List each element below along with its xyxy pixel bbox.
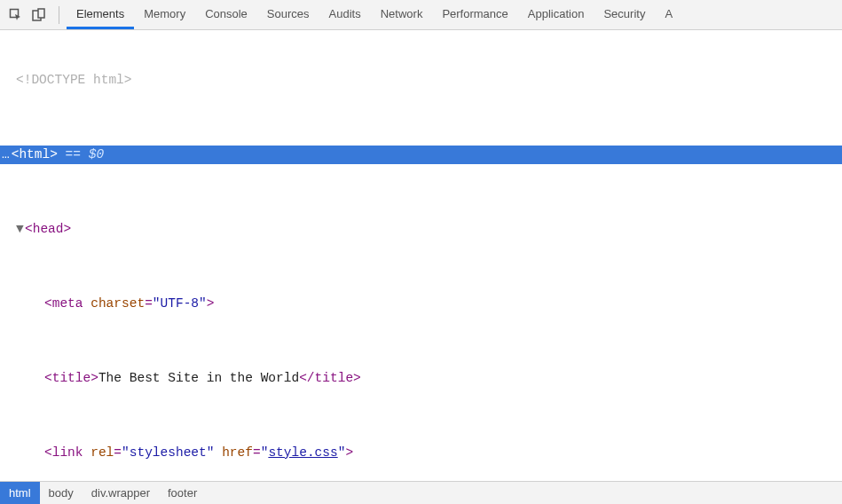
tree-row[interactable]: <!DOCTYPE html> — [0, 71, 842, 90]
tab-sources[interactable]: Sources — [257, 0, 319, 29]
devtools-toolbar: Elements Memory Console Sources Audits N… — [0, 0, 842, 30]
tree-row[interactable]: <title>The Best Site in the World</title… — [0, 369, 842, 388]
panel-tabs: Elements Memory Console Sources Audits N… — [67, 0, 682, 29]
tab-performance[interactable]: Performance — [432, 0, 517, 29]
doctype-text: <!DOCTYPE html> — [16, 73, 132, 87]
tree-row[interactable]: <link rel="stylesheet" href="style.css"> — [0, 444, 842, 462]
ellipsis-icon: … — [0, 147, 12, 161]
tab-elements[interactable]: Elements — [67, 0, 134, 29]
tab-audits[interactable]: Audits — [319, 0, 371, 29]
toolbar-divider — [59, 6, 59, 24]
inspect-icon[interactable] — [5, 4, 27, 26]
breadcrumb-item[interactable]: html — [0, 482, 40, 504]
tree-row[interactable]: <meta charset="UTF-8"> — [0, 295, 842, 313]
tree-row-selected[interactable]: …<html> == $0 — [0, 146, 842, 164]
tab-network[interactable]: Network — [371, 0, 433, 29]
device-toggle-icon[interactable] — [28, 4, 50, 26]
tree-row[interactable]: ▼<head> — [0, 220, 842, 239]
tab-security[interactable]: Security — [594, 0, 655, 29]
tab-memory[interactable]: Memory — [134, 0, 195, 29]
elements-tree[interactable]: <!DOCTYPE html> …<html> == $0 ▼<head> <m… — [0, 30, 842, 481]
svg-rect-2 — [38, 9, 44, 18]
stylesheet-link[interactable]: style.css — [268, 445, 337, 460]
breadcrumb-item[interactable]: footer — [159, 482, 206, 504]
tab-application[interactable]: Application — [518, 0, 594, 29]
chevron-down-icon[interactable]: ▼ — [16, 220, 25, 239]
breadcrumb-item[interactable]: div.wrapper — [83, 482, 159, 504]
breadcrumb-item[interactable]: body — [40, 482, 83, 504]
tab-console[interactable]: Console — [195, 0, 257, 29]
tab-more[interactable]: A — [655, 0, 682, 29]
breadcrumb: html body div.wrapper footer — [0, 481, 842, 504]
